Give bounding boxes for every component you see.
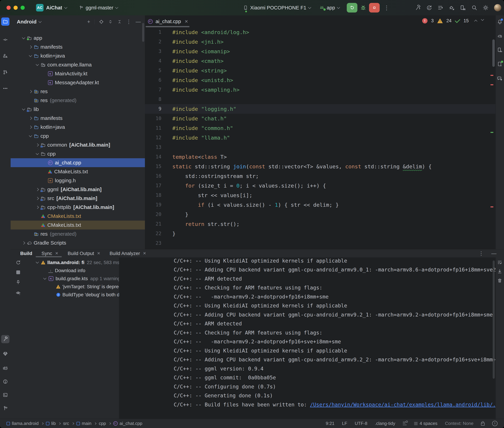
breadcrumb-item[interactable]: C⁺ ai_chat.cpp <box>113 421 142 426</box>
tree-row[interactable]: Gradle Scripts <box>11 239 145 247</box>
tree-row[interactable]: CMakeLists.txt <box>11 212 145 221</box>
close-icon[interactable]: ✕ <box>143 251 146 256</box>
tree-chevron-icon[interactable] <box>36 206 39 209</box>
tree-row[interactable]: manifests <box>11 42 145 51</box>
project-view-selector[interactable]: Android <box>17 19 36 25</box>
tree-row[interactable]: res <box>11 87 145 96</box>
error-stripe-mark[interactable] <box>490 132 493 133</box>
tree-chevron-icon[interactable] <box>29 117 32 120</box>
tree-row[interactable]: cpp <box>11 132 145 140</box>
code-line[interactable]: 4#include <cmath> <box>145 56 495 66</box>
tree-row[interactable]: K MainActivity.kt <box>11 69 145 78</box>
error-stripe-mark[interactable] <box>490 206 493 207</box>
add-icon[interactable]: + <box>87 19 90 24</box>
inspections-widget[interactable]: ! 3 ! 24 15 <box>422 18 484 24</box>
build-variants-tool-button[interactable] <box>1 350 9 358</box>
soft-wrap-icon[interactable] <box>497 260 502 265</box>
rerun-sync-icon[interactable] <box>16 260 21 265</box>
code-line[interactable]: 7#include <sampling.h> <box>145 85 495 95</box>
pin-icon[interactable] <box>16 280 21 285</box>
code-line[interactable]: 8 <box>145 95 495 104</box>
build-tree-row[interactable]: i BuildType 'debug' is both de <box>26 291 119 299</box>
hide-panel-icon[interactable]: — <box>136 19 141 24</box>
filter-eye-icon[interactable] <box>16 290 21 296</box>
tree-chevron-icon[interactable] <box>36 143 39 147</box>
tree-row[interactable]: C⁺ ai_chat.cpp <box>11 158 145 167</box>
user-avatar[interactable] <box>494 4 501 11</box>
panel-options-icon[interactable]: ⋮ <box>126 19 131 24</box>
tree-row[interactable]: cpp-httplib [AiChat.lib.main] <box>11 203 145 212</box>
statusbar-widget[interactable]: UTF-8 <box>355 421 367 426</box>
code-line[interactable]: 2#include <jni.h> <box>145 37 495 47</box>
debug-button[interactable] <box>360 5 366 11</box>
more-tool-windows-button[interactable] <box>1 84 9 92</box>
code-line[interactable]: 14template<class T> <box>145 152 495 162</box>
locate-file-icon[interactable] <box>99 19 104 24</box>
collapse-all-icon[interactable] <box>117 19 122 24</box>
code-line[interactable]: 21 return str.str(); <box>145 219 495 229</box>
gemini-chat-tool-icon[interactable] <box>497 76 503 81</box>
tree-chevron-icon[interactable] <box>29 134 32 137</box>
console-line[interactable]: BUILD SUCCESSFUL in 21s <box>130 409 495 418</box>
code-line[interactable]: 20 } <box>145 210 495 219</box>
build-tree-row[interactable]: K build.gradle.kts app 1 warning <box>26 275 119 283</box>
tree-row[interactable]: src [AiChat.lib.main] <box>11 194 145 203</box>
editor-scrollbar[interactable] <box>492 39 495 67</box>
code-line[interactable]: 19 if (i < values.size() - 1) { str << d… <box>145 200 495 210</box>
vcs-branch-selector[interactable]: ggml-master <box>79 5 118 11</box>
build-tree-row[interactable]: ! 'jvmTarget: String' is deprec <box>26 283 119 291</box>
commit-tool-button[interactable] <box>1 36 9 44</box>
console-file-link[interactable]: /Users/hanyin/Workspace/ai-chat/examples… <box>310 402 495 408</box>
minimize-window-button[interactable] <box>14 6 18 10</box>
rerun-button[interactable] <box>347 3 357 13</box>
tree-row[interactable]: cpp <box>11 149 145 158</box>
device-manager-tool-icon[interactable] <box>497 47 503 53</box>
apply-changes-icon[interactable]: A <box>426 5 432 11</box>
tree-chevron-icon[interactable] <box>29 90 32 93</box>
scroll-to-end-icon[interactable] <box>497 269 502 274</box>
tree-chevron-icon[interactable] <box>36 197 39 200</box>
expand-all-icon[interactable] <box>108 19 113 24</box>
logcat-tool-button[interactable] <box>1 364 9 372</box>
error-stripe-mark[interactable] <box>490 84 493 85</box>
build-tree-row[interactable]: ↓ Download info <box>26 266 119 275</box>
tree-row[interactable]: kotlin+java <box>11 123 145 132</box>
tree-chevron-icon[interactable] <box>36 188 39 191</box>
terminal-tool-button[interactable] <box>1 391 9 399</box>
code-line[interactable]: 9#include "logging.h" <box>145 104 495 114</box>
build-panel-options-icon[interactable]: ⋮ <box>479 251 484 256</box>
code-line[interactable]: 6#include <unistd.h> <box>145 75 495 85</box>
problems-tool-button[interactable] <box>1 378 9 386</box>
breadcrumb-item[interactable]: main <box>77 421 96 426</box>
tree-chevron-icon[interactable] <box>36 63 39 66</box>
code-line[interactable]: 18 str << values[i]; <box>145 190 495 200</box>
pull-requests-tool-button[interactable] <box>1 68 9 76</box>
tree-chevron-icon[interactable] <box>29 45 32 49</box>
stop-button[interactable] <box>369 3 380 13</box>
close-icon[interactable]: ✕ <box>185 19 188 24</box>
code-line[interactable]: 1#include <android/log.h> <box>145 27 495 37</box>
search-everywhere-icon[interactable] <box>471 5 477 11</box>
code-line[interactable]: 23 <box>145 239 495 248</box>
version-control-tool-button[interactable] <box>1 404 9 412</box>
tree-row[interactable]: lib <box>11 105 145 114</box>
tree-scrollbar[interactable] <box>142 23 144 42</box>
stop-sync-icon[interactable] <box>16 271 20 274</box>
gradle-tool-icon[interactable] <box>497 33 503 39</box>
code-line[interactable]: 16 std::ostringstream str; <box>145 171 495 181</box>
tree-row[interactable]: H logging.h <box>11 176 145 185</box>
project-tool-button[interactable] <box>1 17 9 26</box>
tree-row[interactable]: ggml [AiChat.lib.main] <box>11 185 145 194</box>
tree-row[interactable]: app <box>11 33 145 42</box>
error-stripe-mark[interactable] <box>490 75 493 76</box>
code-line[interactable]: 11#include "common.h" <box>145 123 495 133</box>
tree-row[interactable]: com.example.llama <box>11 60 145 69</box>
build-tab[interactable]: Sync ✕ <box>42 251 59 256</box>
console-scrollbar[interactable] <box>493 261 495 379</box>
tree-chevron-icon[interactable] <box>29 54 32 57</box>
tree-row[interactable]: manifests <box>11 114 145 123</box>
build-project-icon[interactable] <box>415 5 421 11</box>
device-selector[interactable]: Xiaomi POCOPHONE F1 <box>243 5 311 11</box>
tree-row[interactable]: CMakeLists.txt <box>11 167 145 176</box>
code-line[interactable]: 10#include "chat.h" <box>145 114 495 123</box>
